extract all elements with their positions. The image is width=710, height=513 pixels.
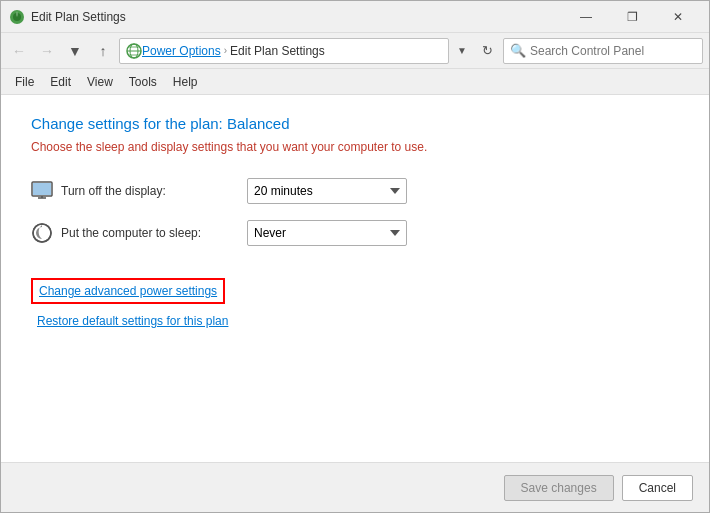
up-button[interactable]: ↑ xyxy=(91,39,115,63)
menu-view[interactable]: View xyxy=(79,72,121,92)
search-icon: 🔍 xyxy=(510,43,526,58)
restore-defaults-link[interactable]: Restore default settings for this plan xyxy=(37,314,679,328)
back-button[interactable]: ← xyxy=(7,39,31,63)
sleep-label: Put the computer to sleep: xyxy=(31,222,231,244)
menu-edit[interactable]: Edit xyxy=(42,72,79,92)
plan-title: Change settings for the plan: Balanced xyxy=(31,115,679,132)
display-select[interactable]: 20 minutes 1 minute 5 minutes 10 minutes… xyxy=(247,178,407,204)
main-window: Edit Plan Settings — ❐ ✕ ← → ▼ ↑ Power O… xyxy=(0,0,710,513)
refresh-button[interactable]: ↻ xyxy=(475,39,499,63)
window-controls: — ❐ ✕ xyxy=(563,1,701,33)
change-advanced-link[interactable]: Change advanced power settings xyxy=(31,278,225,304)
address-path-box: Power Options › Edit Plan Settings xyxy=(119,38,449,64)
plan-subtitle: Choose the sleep and display settings th… xyxy=(31,140,679,154)
monitor-icon xyxy=(31,180,53,202)
sleep-label-text: Put the computer to sleep: xyxy=(61,226,201,240)
settings-grid: Turn off the display: 20 minutes 1 minut… xyxy=(31,178,679,246)
minimize-button[interactable]: — xyxy=(563,1,609,33)
menu-tools[interactable]: Tools xyxy=(121,72,165,92)
links-section: Change advanced power settings Restore d… xyxy=(31,278,679,328)
globe-icon xyxy=(126,43,142,59)
forward-button[interactable]: → xyxy=(35,39,59,63)
dropdown-history-button[interactable]: ▼ xyxy=(63,39,87,63)
address-chevron-button[interactable]: ▼ xyxy=(453,38,471,64)
search-input[interactable] xyxy=(530,44,696,58)
window-title: Edit Plan Settings xyxy=(31,10,563,24)
menu-help[interactable]: Help xyxy=(165,72,206,92)
title-bar: Edit Plan Settings — ❐ ✕ xyxy=(1,1,709,33)
footer: Save changes Cancel xyxy=(1,462,709,512)
maximize-button[interactable]: ❐ xyxy=(609,1,655,33)
menu-bar: File Edit View Tools Help xyxy=(1,69,709,95)
cancel-button[interactable]: Cancel xyxy=(622,475,693,501)
close-button[interactable]: ✕ xyxy=(655,1,701,33)
sleep-select[interactable]: Never 1 minute 5 minutes 10 minutes 15 m… xyxy=(247,220,407,246)
breadcrumb-segment2: Edit Plan Settings xyxy=(230,44,325,58)
save-changes-button[interactable]: Save changes xyxy=(504,475,614,501)
menu-file[interactable]: File xyxy=(7,72,42,92)
address-bar: ← → ▼ ↑ Power Options › Edit Plan Settin… xyxy=(1,33,709,69)
search-box: 🔍 xyxy=(503,38,703,64)
sleep-icon xyxy=(31,222,53,244)
display-label: Turn off the display: xyxy=(31,180,231,202)
breadcrumb-arrow: › xyxy=(224,45,227,56)
breadcrumb: Power Options › Edit Plan Settings xyxy=(142,44,442,58)
window-icon xyxy=(9,9,25,25)
main-content: Change settings for the plan: Balanced C… xyxy=(1,95,709,462)
display-label-text: Turn off the display: xyxy=(61,184,166,198)
breadcrumb-segment1[interactable]: Power Options xyxy=(142,44,221,58)
svg-rect-10 xyxy=(33,183,51,195)
